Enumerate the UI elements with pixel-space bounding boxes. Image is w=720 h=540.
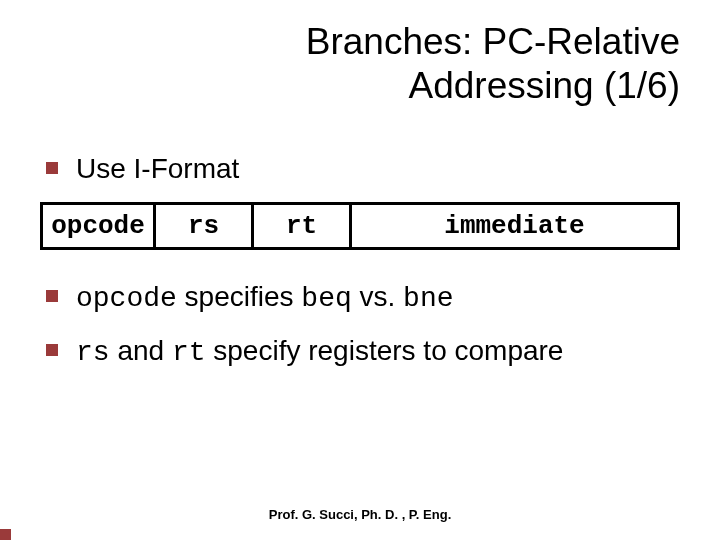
cell-opcode: opcode (42, 203, 155, 248)
bullet-marker-icon (46, 290, 58, 302)
bullet-1-text: Use I-Format (76, 150, 680, 188)
instruction-format-table: opcode rs rt immediate (40, 202, 680, 250)
cell-immediate: immediate (351, 203, 679, 248)
bullet-1: Use I-Format (40, 150, 680, 188)
text-specifies: specifies (177, 281, 302, 312)
bullet-marker-icon (46, 344, 58, 356)
title-line-2: Addressing (1/6) (409, 65, 680, 106)
code-bne: bne (403, 283, 453, 314)
code-rt: rt (172, 337, 206, 368)
bullet-3: rs and rt specify registers to compare (40, 332, 680, 372)
bullet-marker-icon (46, 162, 58, 174)
table-row: opcode rs rt immediate (42, 203, 679, 248)
slide-title: Branches: PC-Relative Addressing (1/6) (190, 20, 680, 109)
cell-rt: rt (253, 203, 351, 248)
bullet-3-text: rs and rt specify registers to compare (76, 332, 680, 372)
text-and: and (110, 335, 172, 366)
slide: Branches: PC-Relative Addressing (1/6) U… (0, 0, 720, 540)
slide-body: Use I-Format opcode rs rt immediate opco… (40, 150, 680, 385)
bullet-2-text: opcode specifies beq vs. bne (76, 278, 680, 318)
cell-rs: rs (155, 203, 253, 248)
corner-accent-icon (0, 529, 11, 540)
code-opcode: opcode (76, 283, 177, 314)
footer-text: Prof. G. Succi, Ph. D. , P. Eng. (0, 507, 720, 522)
title-line-1: Branches: PC-Relative (306, 21, 680, 62)
text-specify-registers: specify registers to compare (206, 335, 564, 366)
code-beq: beq (301, 283, 351, 314)
code-rs: rs (76, 337, 110, 368)
text-vs: vs. (352, 281, 403, 312)
bullet-2: opcode specifies beq vs. bne (40, 278, 680, 318)
